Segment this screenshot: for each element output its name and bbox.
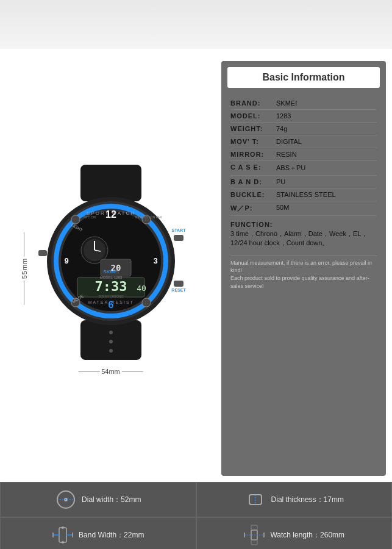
buckle-value: STAINLESS STEEL [276, 191, 377, 198]
svg-rect-11 [174, 281, 184, 287]
note-line2: Each product sold to provide quality ass… [230, 274, 377, 290]
svg-text:NYC CHI: NYC CHI [84, 215, 96, 219]
svg-text:40: 40 [137, 284, 146, 293]
weight-row: WEIGHT: 74g [230, 123, 377, 135]
brand-label: BRAND: [230, 99, 276, 107]
svg-text:7:33: 7:33 [94, 279, 127, 294]
watch-length-icon [243, 524, 265, 546]
movt-label: MOV' T: [230, 138, 276, 145]
dimension-container: 55mm [20, 159, 202, 378]
info-content: BRAND: SKMEI MODEL: 1283 WEIGHT: 74g MOV… [221, 94, 386, 293]
specs-bar: Dial width：52mm Dial thickness：17mm [0, 482, 392, 549]
info-panel: Basic Information BRAND: SKMEI MODEL: 12… [221, 61, 386, 476]
svg-text:RESET: RESET [171, 288, 186, 292]
svg-rect-57 [251, 525, 257, 530]
svg-point-55 [62, 541, 64, 544]
wp-row: W／P: 50M [230, 201, 377, 216]
info-header: Basic Information [227, 67, 380, 88]
case-row: C A S E: ABS＋PU [230, 161, 377, 176]
svg-text:3: 3 [153, 256, 157, 265]
mirror-value: RESIN [276, 151, 377, 158]
model-row: MODEL: 1283 [230, 110, 377, 123]
weight-label: WEIGHT: [230, 125, 276, 132]
svg-rect-0 [80, 165, 141, 201]
function-value: 3 time，Chrono，Alarm，Date，Week，EL，12/24 h… [230, 229, 377, 248]
movt-value: DIGITAL [276, 138, 377, 145]
svg-point-2 [109, 340, 113, 343]
brand-row: BRAND: SKMEI [230, 97, 377, 110]
width-dimension: 54mm [78, 368, 143, 375]
svg-point-17 [142, 298, 151, 307]
weight-value: 74g [276, 125, 377, 132]
info-note: Manual measurement, if there is an error… [230, 256, 377, 290]
width-label: 54mm [101, 368, 120, 375]
model-label: MODEL: [230, 112, 276, 120]
spec-watch-length: Watch length：260mm [196, 517, 393, 549]
svg-text:SKMEI: SKMEI [103, 269, 118, 274]
wp-label: W／P: [230, 204, 276, 213]
brand-value: SKMEI [276, 99, 377, 107]
svg-rect-9 [174, 235, 184, 241]
dial-thickness-icon [244, 489, 266, 511]
spec-band-width: Band Width：22mm [0, 517, 196, 549]
spec-dial-thickness: Dial thickness：17mm [196, 482, 393, 517]
mirror-label: MIRROR: [230, 151, 276, 158]
height-label: 55mm [21, 258, 28, 279]
svg-point-4 [109, 331, 113, 334]
product-section: 55mm [0, 49, 392, 482]
mirror-row: MIRROR: RESIN [230, 148, 377, 161]
svg-text:RIO UTC LON PAR: RIO UTC LON PAR [135, 215, 162, 219]
function-row: FUNCTION: 3 time，Chrono，Alarm，Date，Week，… [230, 216, 377, 251]
watch-image: START RESET 12 6 9 [35, 165, 187, 360]
svg-text:SOLAR CHRONO: SOLAR CHRONO [98, 295, 123, 298]
case-value: ABS＋PU [276, 163, 377, 173]
band-value: PU [276, 178, 377, 185]
model-value: 1283 [276, 112, 377, 120]
svg-point-3 [109, 349, 113, 353]
svg-text:MODEL-1283: MODEL-1283 [99, 276, 122, 279]
main-container: 55mm [0, 0, 392, 549]
movt-row: MOV' T: DIGITAL [230, 135, 377, 148]
spec-dial-width: Dial width：52mm [0, 482, 196, 517]
svg-rect-13 [38, 250, 47, 256]
band-width-icon [52, 524, 74, 546]
buckle-row: BUCKLE: STAINLESS STEEL [230, 188, 377, 201]
buckle-label: BUCKLE: [230, 191, 276, 198]
case-label: C A S E: [230, 163, 276, 171]
svg-point-54 [62, 526, 64, 529]
svg-text:START: START [171, 228, 186, 232]
band-label: B A N D: [230, 178, 276, 185]
svg-rect-49 [59, 528, 66, 542]
svg-rect-58 [251, 540, 257, 545]
height-dimension: 55mm [21, 232, 28, 305]
info-title: Basic Information [237, 72, 371, 83]
note-line1: Manual measurement, if there is an error… [230, 259, 377, 274]
dial-thickness-text: Dial thickness：17mm [271, 495, 344, 505]
svg-text:WATER RESIST: WATER RESIST [88, 300, 134, 304]
dial-width-text: Dial width：52mm [82, 495, 141, 505]
top-banner [0, 0, 392, 49]
watch-length-text: Watch length：260mm [270, 530, 344, 540]
band-width-text: Band Width：22mm [79, 530, 144, 540]
band-row: B A N D: PU [230, 176, 377, 188]
dial-width-icon [55, 489, 77, 511]
wp-value: 50M [276, 204, 377, 211]
svg-text:9: 9 [64, 256, 68, 265]
watch-area: 55mm [6, 61, 215, 476]
function-label: FUNCTION: [230, 221, 273, 228]
watch-svg: START RESET 12 6 9 [35, 165, 187, 360]
